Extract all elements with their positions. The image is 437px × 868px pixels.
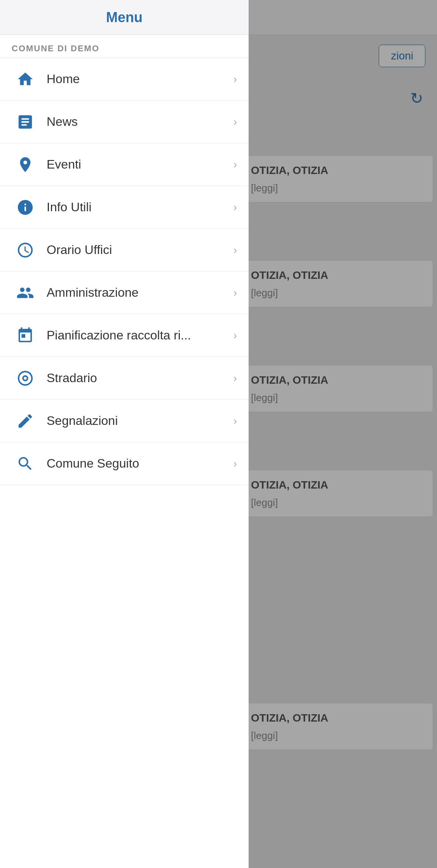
menu-label-home: Home xyxy=(47,72,233,86)
menu-item-home[interactable]: Home › xyxy=(0,58,249,101)
search-icon xyxy=(12,455,39,473)
chevron-amministrazione: › xyxy=(233,287,237,299)
menu-label-segnalazioni: Segnalazioni xyxy=(47,414,233,428)
target-icon xyxy=(12,369,39,387)
chevron-info-utili: › xyxy=(233,201,237,214)
menu-item-stradario[interactable]: Stradario › xyxy=(0,357,249,400)
menu-item-segnalazioni[interactable]: Segnalazioni › xyxy=(0,400,249,442)
drawer-header: Menu xyxy=(0,0,249,35)
menu-label-comune-seguito: Comune Seguito xyxy=(47,456,233,471)
news-icon xyxy=(12,113,39,131)
menu-label-orario-uffici: Orario Uffici xyxy=(47,243,233,257)
menu-item-amministrazione[interactable]: Amministrazione › xyxy=(0,271,249,314)
chevron-news: › xyxy=(233,116,237,128)
menu-label-news: News xyxy=(47,115,233,129)
clock-icon xyxy=(12,241,39,259)
menu-item-news[interactable]: News › xyxy=(0,101,249,143)
home-icon xyxy=(12,70,39,88)
chevron-eventi: › xyxy=(233,158,237,171)
menu-item-info-utili[interactable]: Info Utili › xyxy=(0,186,249,229)
chevron-home: › xyxy=(233,73,237,85)
menu-item-pianificazione[interactable]: Pianificazione raccolta ri... › xyxy=(0,314,249,357)
menu-label-info-utili: Info Utili xyxy=(47,200,233,214)
chevron-stradario: › xyxy=(233,372,237,384)
eventi-icon xyxy=(12,156,39,174)
menu-item-orario-uffici[interactable]: Orario Uffici › xyxy=(0,229,249,271)
menu-label-pianificazione: Pianificazione raccolta ri... xyxy=(47,328,233,343)
info-icon xyxy=(12,198,39,216)
drawer-section-label: COMUNE DI DEMO xyxy=(0,35,249,58)
menu-label-amministrazione: Amministrazione xyxy=(47,285,233,300)
menu-label-stradario: Stradario xyxy=(47,371,233,385)
menu-list: Home › News › Eventi › xyxy=(0,58,249,868)
chevron-segnalazioni: › xyxy=(233,415,237,427)
menu-label-eventi: Eventi xyxy=(47,157,233,172)
menu-item-eventi[interactable]: Eventi › xyxy=(0,143,249,186)
drawer-panel: Menu COMUNE DI DEMO Home › News › xyxy=(0,0,249,868)
people-icon xyxy=(12,284,39,302)
chevron-comune-seguito: › xyxy=(233,457,237,470)
chevron-pianificazione: › xyxy=(233,329,237,342)
menu-item-comune-seguito[interactable]: Comune Seguito › xyxy=(0,442,249,485)
edit-icon xyxy=(12,412,39,430)
calendar-icon xyxy=(12,327,39,344)
chevron-orario-uffici: › xyxy=(233,244,237,256)
drawer-title: Menu xyxy=(106,9,143,26)
